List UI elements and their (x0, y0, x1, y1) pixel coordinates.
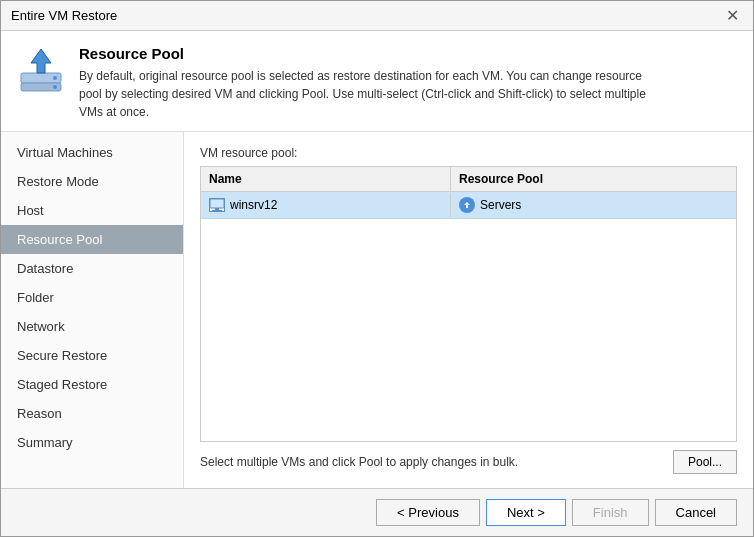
cell-vm-name: winsrv12 (201, 193, 451, 217)
svg-rect-7 (212, 210, 222, 211)
table-header: Name Resource Pool (201, 167, 736, 192)
svg-marker-4 (31, 49, 51, 73)
sidebar-item-resource-pool[interactable]: Resource Pool (1, 225, 183, 254)
cancel-button[interactable]: Cancel (655, 499, 737, 526)
bottom-area: Select multiple VMs and click Pool to ap… (200, 450, 737, 474)
pool-button[interactable]: Pool... (673, 450, 737, 474)
svg-point-3 (53, 85, 57, 89)
sidebar: Virtual Machines Restore Mode Host Resou… (1, 132, 184, 488)
header-title: Resource Pool (79, 45, 649, 62)
previous-button[interactable]: < Previous (376, 499, 480, 526)
main-content: VM resource pool: Name Resource Pool (184, 132, 753, 488)
svg-point-2 (53, 76, 57, 80)
header-section: Resource Pool By default, original resou… (1, 31, 753, 132)
pool-name-text: Servers (480, 198, 521, 212)
sidebar-item-secure-restore[interactable]: Secure Restore (1, 341, 183, 370)
sidebar-item-restore-mode[interactable]: Restore Mode (1, 167, 183, 196)
pool-icon (459, 197, 475, 213)
table-row[interactable]: winsrv12 Servers (201, 192, 736, 219)
finish-button[interactable]: Finish (572, 499, 649, 526)
sidebar-item-reason[interactable]: Reason (1, 399, 183, 428)
dialog-window: Entire VM Restore ✕ Resource Pool By def… (0, 0, 754, 537)
section-label: VM resource pool: (200, 146, 737, 160)
vm-name-text: winsrv12 (230, 198, 277, 212)
table-body: winsrv12 Servers (201, 192, 736, 441)
header-icon (17, 45, 65, 93)
vm-resource-pool-table: Name Resource Pool (200, 166, 737, 442)
header-text: Resource Pool By default, original resou… (79, 45, 649, 121)
footer-note: Select multiple VMs and click Pool to ap… (200, 455, 518, 469)
vm-icon (209, 198, 225, 212)
cell-pool-name: Servers (451, 192, 736, 218)
col-header-name: Name (201, 167, 451, 191)
sidebar-item-folder[interactable]: Folder (1, 283, 183, 312)
svg-rect-5 (210, 199, 224, 208)
svg-rect-6 (215, 208, 219, 210)
sidebar-item-virtual-machines[interactable]: Virtual Machines (1, 138, 183, 167)
sidebar-item-host[interactable]: Host (1, 196, 183, 225)
dialog-title: Entire VM Restore (11, 8, 117, 23)
title-bar: Entire VM Restore ✕ (1, 1, 753, 31)
header-description: By default, original resource pool is se… (79, 67, 649, 121)
close-button[interactable]: ✕ (722, 8, 743, 24)
sidebar-item-network[interactable]: Network (1, 312, 183, 341)
sidebar-item-datastore[interactable]: Datastore (1, 254, 183, 283)
col-header-pool: Resource Pool (451, 167, 736, 191)
sidebar-item-staged-restore[interactable]: Staged Restore (1, 370, 183, 399)
sidebar-item-summary[interactable]: Summary (1, 428, 183, 457)
footer: < Previous Next > Finish Cancel (1, 488, 753, 536)
content-area: Virtual Machines Restore Mode Host Resou… (1, 132, 753, 488)
next-button[interactable]: Next > (486, 499, 566, 526)
